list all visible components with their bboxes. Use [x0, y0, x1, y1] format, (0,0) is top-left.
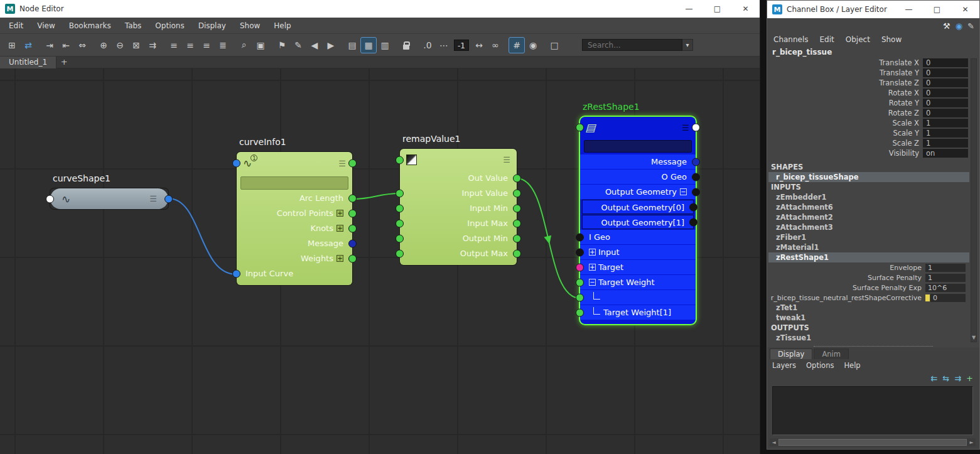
socket-curveinfo1-message-out[interactable] — [348, 159, 357, 168]
input-connections-icon[interactable]: ⇥ — [42, 38, 57, 53]
input-node-item[interactable]: zTet1 — [768, 303, 978, 313]
socket-zrestshape1-message-in[interactable] — [576, 124, 584, 132]
expand-icon[interactable]: + — [337, 210, 343, 217]
socket-output-max-out[interactable] — [513, 250, 521, 258]
collapse-icon[interactable]: − — [589, 279, 596, 286]
expand-icon[interactable]: + — [589, 249, 596, 256]
attr-row-input-max[interactable]: Input Max — [400, 216, 517, 231]
translate-y-field[interactable]: 0 — [923, 68, 968, 77]
scroll-right-icon[interactable]: ► — [967, 438, 976, 446]
frame-all-icon[interactable]: ▣ — [253, 38, 268, 53]
attr-row-target-weight[interactable]: −Target Weight — [580, 275, 696, 289]
attr-row-input-min[interactable]: Input Min — [400, 201, 517, 216]
node-graph-canvas[interactable]: curveShape1 ∿ ☰ curveInfo1 ∿1 ☰ — [0, 68, 760, 454]
bookmark-next-icon[interactable]: ▶ — [323, 38, 338, 53]
add-tab-button[interactable]: + — [57, 57, 72, 68]
socket-weights-out[interactable] — [348, 255, 357, 263]
close-button[interactable]: ✕ — [731, 0, 760, 18]
layout-grid-icon[interactable]: ▤ — [345, 38, 360, 53]
menu-edit[interactable]: Edit — [820, 35, 834, 44]
pin-nodes-icon[interactable]: ▦ — [361, 38, 376, 53]
node-menu-icon[interactable]: ☰ — [682, 123, 689, 132]
attr-row-input[interactable]: +Input — [580, 245, 696, 259]
socket-zrestshape1-message-out[interactable] — [692, 124, 700, 132]
menu-display[interactable]: Display — [198, 21, 226, 30]
stretch-icon[interactable]: ↔ — [471, 38, 487, 53]
expand-icon[interactable]: + — [337, 255, 343, 262]
socket-output-max-in[interactable] — [396, 250, 404, 258]
menu-help[interactable]: Help — [844, 361, 860, 370]
maximize-button[interactable]: □ — [703, 0, 731, 18]
socket-remapvalue1-message-in[interactable] — [396, 156, 404, 164]
attr-row-output-geometry-0[interactable]: Output Geometry[0] — [582, 200, 694, 214]
menu-options[interactable]: Options — [806, 361, 834, 370]
node-editor-titlebar[interactable]: M Node Editor — □ ✕ — [0, 0, 760, 18]
select-downstream-icon[interactable]: ⇉ — [145, 38, 160, 53]
socket-target-weight-1-in[interactable] — [576, 308, 584, 316]
character-key-icon[interactable]: ⚒ — [943, 21, 950, 31]
socket-target-in[interactable] — [576, 263, 584, 271]
layout-refresh-icon[interactable]: ▥ — [377, 38, 392, 53]
socket-corrective-in[interactable] — [576, 293, 584, 301]
input-node-item[interactable]: zAttachment2 — [768, 212, 978, 222]
layer-new-icon[interactable]: + — [966, 374, 973, 383]
channel-box-vertical-scrollbar[interactable]: ▼ — [971, 58, 977, 342]
attr-row-output-min[interactable]: Output Min — [400, 231, 517, 246]
attr-row-corrective[interactable]: r_bicep_ti...Corrective — [580, 290, 696, 305]
attr-row-out-value[interactable]: Out Value — [400, 171, 517, 186]
all-connections-icon[interactable]: ⇔ — [75, 38, 90, 53]
remove-selected-icon[interactable]: ⊖ — [112, 38, 127, 53]
bookmark-add-icon[interactable]: ⚑ — [274, 38, 289, 53]
socket-output-geometry-0-out[interactable] — [689, 203, 697, 211]
lock-icon[interactable] — [399, 38, 414, 53]
scroll-left-icon[interactable]: ◄ — [770, 438, 778, 446]
input-node-item[interactable]: zFiber1 — [768, 232, 978, 242]
attr-row-input-value[interactable]: Input Value — [400, 186, 517, 201]
menu-tabs[interactable]: Tabs — [125, 21, 142, 30]
socket-output-geometry-1-out[interactable] — [689, 218, 697, 226]
menu-object[interactable]: Object — [846, 35, 870, 44]
socket-input-min-out[interactable] — [513, 205, 521, 213]
close-button[interactable]: ✕ — [951, 1, 979, 18]
menu-show[interactable]: Show — [240, 21, 260, 30]
translate-z-field[interactable]: 0 — [923, 78, 968, 87]
expand-icon[interactable]: + — [589, 264, 596, 271]
socket-curveshape1-out[interactable] — [164, 195, 173, 203]
rotate-z-field[interactable]: 0 — [923, 109, 968, 117]
socket-curveshape1-in[interactable] — [46, 195, 54, 203]
attr-row-output-geometry-1[interactable]: Output Geometry[1] — [582, 215, 694, 229]
attr-row-control-points[interactable]: Control Points+ — [237, 206, 352, 221]
input-node-item[interactable]: zAttachment3 — [768, 222, 978, 232]
attr-row-target[interactable]: +Target — [580, 260, 696, 274]
translate-x-field[interactable]: 0 — [923, 58, 968, 67]
socket-input-in[interactable] — [576, 248, 584, 256]
rearrange-graph-icon[interactable]: ⇄ — [21, 38, 36, 53]
socket-output-min-in[interactable] — [396, 235, 404, 243]
zoom-icon[interactable]: ⌕ — [237, 38, 252, 53]
socket-curveinfo1-message-in[interactable] — [232, 159, 240, 168]
infinity-icon[interactable]: ∞ — [488, 38, 503, 53]
socket-o-geo-out[interactable] — [692, 173, 700, 181]
search-input[interactable] — [582, 39, 682, 51]
shape-node-item[interactable]: r_bicep_tissueShape — [768, 172, 969, 182]
attr-row-i-geo[interactable]: I Geo — [580, 230, 696, 244]
socket-out-value-out[interactable] — [513, 175, 521, 183]
socket-input-min-in[interactable] — [396, 205, 404, 213]
attr-row-zmessage[interactable]: Message — [580, 154, 696, 169]
socket-knots-out[interactable] — [348, 225, 357, 233]
socket-output-min-out[interactable] — [513, 235, 521, 243]
distribute-nodes-icon[interactable]: ≣ — [215, 38, 230, 53]
surface-penalty-exp-field[interactable]: 10^6 — [925, 284, 966, 292]
surface-penalty-field[interactable]: 1 — [925, 274, 966, 282]
node-menu-icon[interactable]: ☰ — [338, 159, 346, 168]
node-curveinfo1[interactable]: curveInfo1 ∿1 ☰ Arc Length Control Point… — [237, 152, 352, 285]
node-curveshape1[interactable]: curveShape1 ∿ ☰ — [50, 188, 168, 209]
output-connections-icon[interactable]: ⇤ — [58, 38, 73, 53]
scroll-down-icon[interactable]: ▼ — [971, 334, 976, 342]
clear-graph-icon[interactable]: ⊠ — [129, 38, 144, 53]
edit-slate-icon[interactable]: ✎ — [967, 21, 974, 31]
input-node-item[interactable]: zMaterial1 — [768, 242, 978, 252]
socket-input-value-in[interactable] — [396, 190, 404, 198]
layer-move-right-icon[interactable]: ⇉ — [954, 374, 961, 383]
wire-arclength-to-inputvalue[interactable] — [352, 193, 400, 199]
